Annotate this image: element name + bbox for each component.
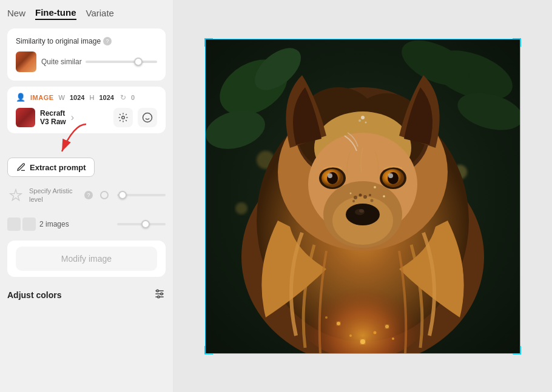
model-actions <box>113 108 157 127</box>
corner-handle-tl[interactable] <box>204 38 213 47</box>
toggle-box-1[interactable] <box>7 218 21 231</box>
image-settings-row: 👤 IMAGE W 1024 H 1024 ↻ 0 <box>16 93 157 102</box>
svg-point-1 <box>143 113 152 122</box>
extract-area: Extract prompt <box>7 139 166 177</box>
svg-point-49 <box>374 186 376 188</box>
red-arrow <box>44 121 104 164</box>
tab-variate[interactable]: Variate <box>86 8 114 19</box>
similarity-slider-container: Quite similar <box>41 58 157 66</box>
svg-point-60 <box>361 116 365 119</box>
model-settings-btn[interactable] <box>113 108 133 127</box>
similarity-thumb[interactable] <box>134 58 143 66</box>
extract-prompt-label: Extract prompt <box>30 163 86 172</box>
modify-image-button[interactable]: Modify image <box>16 247 157 271</box>
left-panel: New Fine-tune Variate Similarity to orig… <box>0 0 173 392</box>
similarity-track[interactable] <box>86 61 157 63</box>
images-count-row: 2 images <box>7 214 166 234</box>
similarity-label: Similarity to original image ? <box>16 37 157 45</box>
toggle-box-2[interactable] <box>22 218 36 231</box>
artistic-label: Specify Artistic level <box>29 187 79 204</box>
artistic-slider[interactable] <box>117 194 166 196</box>
model-thumbnail <box>16 108 35 127</box>
similarity-card: Similarity to original image ? Quite sim… <box>7 28 166 81</box>
svg-point-61 <box>358 119 361 122</box>
image-frame <box>205 39 520 354</box>
modify-card: Modify image <box>7 241 166 277</box>
rotation-icon: ↻ <box>120 93 126 102</box>
extract-icon <box>16 162 26 172</box>
svg-point-43 <box>354 196 357 199</box>
svg-point-51 <box>383 195 385 198</box>
svg-point-45 <box>363 195 367 199</box>
svg-point-48 <box>370 199 373 202</box>
corner-handle-tr[interactable] <box>513 38 521 47</box>
corner-handle-br[interactable] <box>513 346 521 354</box>
tabs: New Fine-tune Variate <box>7 7 166 22</box>
height-label: H <box>89 94 94 101</box>
svg-point-53 <box>337 322 340 325</box>
images-count-label: 2 images <box>39 220 113 228</box>
svg-point-59 <box>325 316 328 319</box>
similarity-value-label: Quite similar <box>41 58 82 66</box>
svg-point-9 <box>161 293 163 294</box>
images-count-thumb[interactable] <box>141 220 150 228</box>
artistic-toggle[interactable] <box>100 191 109 199</box>
svg-point-57 <box>385 325 389 328</box>
svg-point-50 <box>349 192 351 194</box>
adjust-colors-label: Adjust colors <box>7 290 61 300</box>
svg-point-55 <box>360 339 365 344</box>
similarity-thumbnail <box>16 51 36 72</box>
width-value: 1024 <box>70 94 84 101</box>
svg-point-34 <box>359 209 364 213</box>
similarity-row: Quite similar <box>16 51 157 72</box>
svg-point-32 <box>346 204 380 225</box>
image-label: IMAGE <box>30 94 54 101</box>
adjust-colors-row[interactable]: Adjust colors <box>7 283 166 307</box>
images-count-slider[interactable] <box>117 223 166 225</box>
right-panel <box>173 0 552 392</box>
svg-point-44 <box>358 193 362 196</box>
svg-point-42 <box>388 173 393 178</box>
svg-point-21 <box>235 202 247 214</box>
artistic-icon <box>7 187 24 204</box>
images-toggle-group <box>7 218 36 231</box>
svg-point-46 <box>369 194 371 196</box>
dog-illustration <box>205 39 520 354</box>
rotation-value: 0 <box>131 94 135 101</box>
height-value: 1024 <box>99 94 113 101</box>
tab-finetune[interactable]: Fine-tune <box>35 7 76 20</box>
model-face-btn[interactable] <box>138 108 157 127</box>
artistic-text-block: Specify Artistic level <box>29 187 79 204</box>
svg-point-10 <box>158 296 160 297</box>
model-name-line1: Recraft <box>40 109 66 118</box>
svg-point-0 <box>122 116 125 119</box>
svg-point-56 <box>373 331 376 334</box>
artistic-help-icon[interactable]: ? <box>84 191 93 199</box>
svg-point-54 <box>349 334 352 337</box>
similarity-help-icon[interactable]: ? <box>103 37 112 45</box>
svg-point-62 <box>365 121 366 123</box>
artistic-level-row: Specify Artistic level ? <box>7 183 166 208</box>
artistic-slider-thumb[interactable] <box>118 191 127 199</box>
svg-point-38 <box>328 173 332 178</box>
tab-new[interactable]: New <box>7 8 25 19</box>
image-person-icon: 👤 <box>16 93 25 102</box>
svg-point-47 <box>352 200 355 202</box>
adjust-colors-icon[interactable] <box>153 288 166 302</box>
svg-point-8 <box>157 290 158 291</box>
corner-handle-bl[interactable] <box>204 346 213 354</box>
svg-point-58 <box>392 337 394 340</box>
width-label: W <box>59 94 65 101</box>
